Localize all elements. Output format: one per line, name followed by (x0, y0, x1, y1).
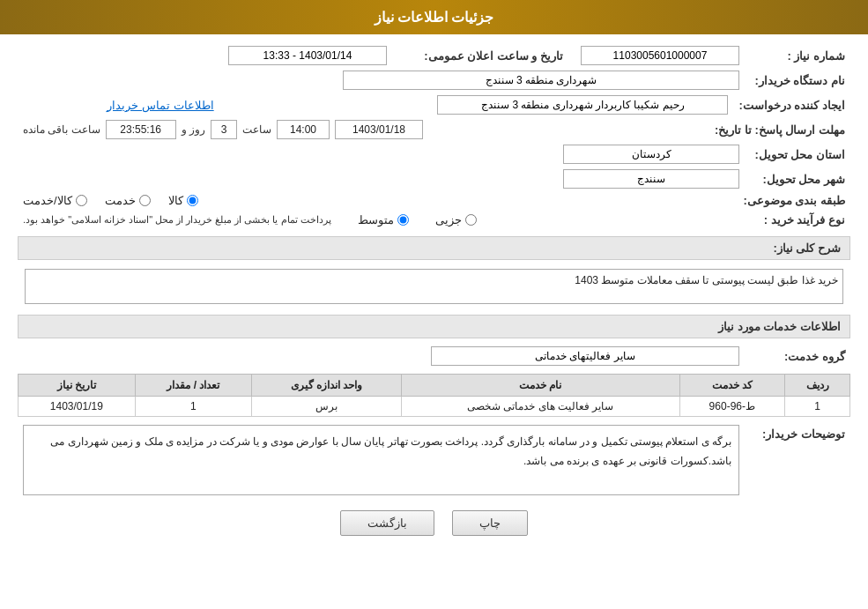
dastgah-table: نام دستگاه خریدار: (18, 68, 850, 93)
mohlat-table: مهلت ارسال پاسخ: تا تاریخ: ساعت باقی مان… (18, 117, 850, 142)
tabaqe-kala[interactable]: کالا (168, 194, 198, 207)
col-tarikh: تاریخ نیاز (19, 375, 136, 397)
khedmat-section-title: اطلاعات خدمات مورد نیاز (18, 315, 850, 338)
col-kod-khedmat: کد خدمت (679, 375, 784, 397)
farayand-motavaset[interactable]: متوسط (358, 213, 409, 227)
saat-label: ساعت (242, 123, 271, 136)
tarikh-label: تاریخ و ساعت اعلان عمومی: (424, 49, 563, 63)
col-nam-khedmat: نام خدمت (402, 375, 680, 397)
tosih-label: توضیحات خریدار: (762, 427, 845, 441)
group-khedmat-input[interactable] (431, 346, 739, 366)
tabaqe-table: طبقه بندی موضوعی: کالا/خدمت خدمت (18, 191, 850, 210)
sharh-table: خرید غذا طبق لیست پیوستی تا سقف معاملات … (18, 265, 850, 308)
shahr-input[interactable] (563, 169, 739, 189)
ijad-table: ایجاد کننده درخواست: اطلاعات تماس خریدار (18, 93, 850, 117)
shahr-label: شهر محل تحویل: (762, 173, 845, 186)
tarikh-input[interactable] (228, 46, 387, 65)
table-row: 1 ط-96-960 سایر فعالیت های خدماتی شخصی ب… (19, 397, 850, 417)
nam-dastgah-input[interactable] (343, 71, 739, 90)
top-info-table: شماره نیاز : تاریخ و ساعت اعلان عمومی: (18, 43, 850, 68)
shomare-niaz-input[interactable] (581, 46, 739, 65)
tabaqe-kala-khedmat[interactable]: کالا/خدمت (23, 194, 87, 207)
mohlat-date: 1403/01/18 (335, 120, 423, 139)
tabaqe-radio-group: کالا/خدمت خدمت کالا (23, 194, 732, 207)
ostan-input[interactable] (563, 145, 739, 164)
tosih-table: توضیحات خریدار: برگه ی استعلام پیوستی تک… (18, 422, 850, 498)
tabaqe-khedmat[interactable]: خدمت (105, 194, 151, 207)
tosih-content: برگه ی استعلام پیوستی تکمیل و در سامانه … (23, 425, 739, 495)
page-title: جزئیات اطلاعات نیاز (375, 10, 494, 25)
col-radif: ردیف (785, 375, 850, 397)
ettelaat-tamas-link[interactable]: اطلاعات تماس خریدار (107, 99, 213, 112)
ostan-label: استان محل تحویل: (754, 148, 845, 161)
col-tedad: تعداد / مقدار (135, 375, 252, 397)
back-button[interactable]: بازگشت (340, 510, 434, 536)
buttons-row: چاپ بازگشت (18, 510, 850, 536)
remaining-label: ساعت باقی مانده (23, 123, 100, 136)
shomare-niaz-label: شماره نیاز : (787, 49, 845, 63)
ostan-table: استان محل تحویل: (18, 142, 850, 167)
shahr-table: شهر محل تحویل: (18, 167, 850, 191)
print-button[interactable]: چاپ (452, 510, 528, 536)
countdown-box: 23:55:16 (106, 120, 176, 139)
sharh-section-title: شرح کلی نیاز: (18, 236, 850, 260)
countdown-value: 23:55:16 (120, 123, 161, 136)
ijad-konande-label: ایجاد کننده درخواست: (738, 99, 845, 112)
rooz-label: روز و (182, 123, 205, 136)
services-table: ردیف کد خدمت نام خدمت واحد اندازه گیری ت… (18, 374, 850, 417)
farayand-jozi[interactable]: جزیی (435, 213, 477, 227)
page-wrapper: جزئیات اطلاعات نیاز شماره نیاز : تاریخ و… (0, 0, 868, 609)
group-khedmat-label: گروه خدمت: (784, 350, 845, 363)
group-khedmat-table: گروه خدمت: (18, 344, 850, 368)
tabaqe-label: طبقه بندی موضوعی: (743, 194, 845, 207)
sharh-niaz-display: خرید غذا طبق لیست پیوستی تا سقف معاملات … (25, 269, 843, 304)
page-header: جزئیات اطلاعات نیاز (0, 0, 868, 34)
content-area: شماره نیاز : تاریخ و ساعت اعلان عمومی: ن… (0, 34, 868, 553)
noe-farayand-options: پرداخت تمام یا بخشی از مبلغ خریدار از مح… (23, 213, 739, 227)
noe-farayand-label: نوع فرآیند خرید : (764, 213, 845, 227)
col-vahed: واحد اندازه گیری (252, 375, 402, 397)
mohlat-label: مهلت ارسال پاسخ: تا تاریخ: (715, 123, 845, 137)
ijad-konande-input[interactable] (437, 95, 728, 115)
rooz-value: 3 (211, 120, 237, 139)
saat-value: 14:00 (277, 120, 330, 139)
nam-dastgah-label: نام دستگاه خریدار: (754, 74, 845, 87)
farayand-note: پرداخت تمام یا بخشی از مبلغ خریدار از مح… (23, 214, 331, 226)
noe-farayand-table: نوع فرآیند خرید : پرداخت تمام یا بخشی از… (18, 210, 850, 229)
